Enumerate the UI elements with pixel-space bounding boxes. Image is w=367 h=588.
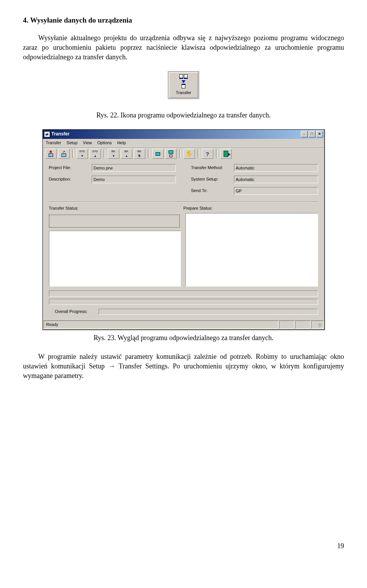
toolbar-sys-down-icon[interactable]: SYS▾	[76, 149, 88, 159]
toolbar-bk-swap-icon[interactable]: BK⇅	[134, 149, 145, 159]
progress-bar-2	[49, 299, 318, 305]
transfer-icon-label: Transfer	[170, 90, 197, 96]
toolbar-device-b-icon[interactable]	[165, 149, 177, 159]
label-system-setup: System Setup:	[191, 176, 234, 182]
device-icon	[182, 84, 185, 88]
page-number: 19	[23, 541, 344, 551]
window-title: Transfer	[52, 131, 300, 137]
app-icon: ⇄	[44, 131, 50, 137]
value-description: Demo	[92, 176, 176, 183]
menu-help[interactable]: Help	[117, 140, 126, 146]
transfer-status-selection[interactable]	[49, 215, 180, 228]
resize-grip[interactable]	[311, 321, 323, 329]
value-send-to: GP	[234, 187, 318, 195]
close-button[interactable]	[316, 131, 323, 137]
toolbar-divider	[104, 150, 105, 158]
toolbar-open-icon[interactable]: ↗	[58, 149, 70, 159]
toolbar-exit-icon[interactable]	[220, 149, 232, 159]
label-project-file: Project File:	[49, 165, 92, 171]
label-send-to: Send To:	[191, 188, 234, 194]
paragraph-instructions: W programie należy ustawić parametry kom…	[23, 352, 344, 381]
toolbar-divider	[179, 150, 181, 158]
section-heading: 4. Wysyłanie danych do urządzenia	[23, 15, 344, 26]
toolbar-new-icon[interactable]: ✱	[45, 149, 57, 159]
statusbar-text: Ready	[44, 321, 278, 329]
statusbar-pane-2	[295, 321, 310, 329]
label-description: Description:	[49, 176, 92, 182]
toolbar-divider	[198, 150, 199, 158]
menu-setup[interactable]: Setup	[67, 140, 78, 146]
toolbar-sys-up-icon[interactable]: SYS▴	[89, 149, 101, 159]
arrow-down-icon	[182, 80, 185, 83]
paragraph-intro: Wysyłanie aktualnego projektu do urządze…	[23, 33, 344, 62]
label-transfer-status: Transfer Status:	[49, 205, 184, 211]
maximize-button[interactable]	[309, 131, 315, 137]
menubar: Transfer Setup View Options Help	[43, 139, 324, 147]
label-overall-progress: Overall Progress:	[55, 309, 95, 314]
titlebar: ⇄ Transfer	[43, 130, 324, 139]
statusbar: Ready	[43, 319, 324, 329]
transfer-status-box	[49, 231, 181, 287]
transfer-icon-button[interactable]: Transfer	[169, 72, 198, 98]
figure-caption-22: Rys. 22. Ikona programu odpowiedzialnego…	[23, 111, 344, 120]
menu-options[interactable]: Options	[97, 140, 112, 146]
menu-transfer[interactable]: Transfer	[46, 140, 62, 146]
transfer-window: ⇄ Transfer Transfer Setup View Options H…	[42, 129, 325, 330]
toolbar-help-icon[interactable]: ?	[202, 149, 213, 159]
transfer-icon-button-frame: Transfer	[168, 71, 199, 99]
toolbar-divider	[72, 150, 74, 158]
label-prepare-status: Prepare Status:	[184, 205, 318, 211]
figure-caption-23: Rys. 23. Wygląd programu odpowiedzialneg…	[23, 333, 344, 343]
doc-icon	[184, 74, 188, 79]
menu-view[interactable]: View	[83, 140, 92, 146]
label-transfer-method: Transfer Method:	[191, 165, 234, 171]
value-project-file: Demo.prw	[92, 164, 176, 172]
separator	[49, 202, 318, 202]
toolbar-device-a-icon[interactable]	[152, 149, 164, 159]
value-system-setup: Automatic	[234, 176, 318, 183]
toolbar-divider	[216, 150, 218, 158]
toolbar-bk-up-icon[interactable]: BK▴	[121, 149, 132, 159]
toolbar-bk-down-icon[interactable]: BK▾	[108, 149, 119, 159]
toolbar-stop-icon[interactable]: ✋	[184, 149, 195, 159]
value-transfer-method: Automatic	[234, 164, 318, 172]
minimize-button[interactable]	[301, 131, 308, 137]
doc-icon	[179, 74, 183, 79]
statusbar-pane-1	[279, 321, 294, 329]
overall-progress-bar	[99, 309, 318, 315]
toolbar: ✱ ↗ SYS▾ SYS▴ BK▾ BK▴ BK⇅ ✋ ?	[43, 147, 324, 160]
toolbar-divider	[148, 150, 149, 158]
prepare-status-box	[185, 213, 318, 287]
progress-bar-1	[49, 290, 318, 296]
